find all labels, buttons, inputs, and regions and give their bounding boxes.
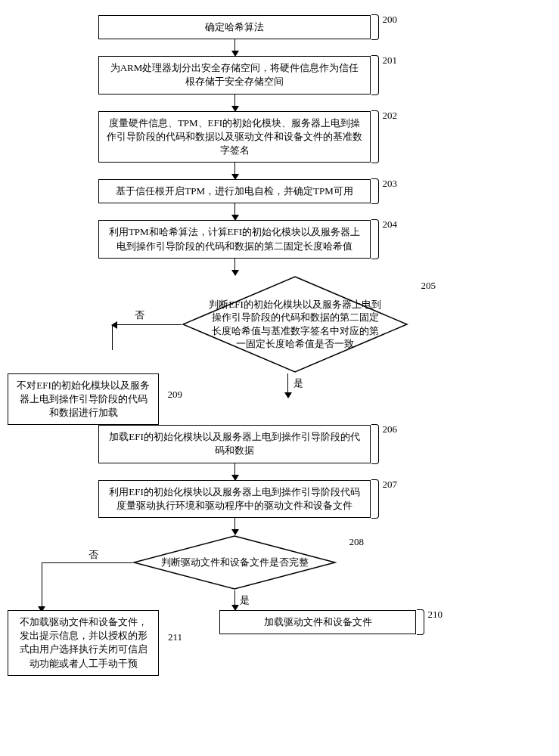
arrow-down-icon bbox=[287, 373, 288, 398]
step-210-text: 加载驱动文件和设备文件 bbox=[264, 616, 372, 627]
step-202: 度量硬件信息、TPM、EFI的初始化模块、服务器上电到操作引导阶段的代码和数据以… bbox=[98, 111, 371, 163]
step-207: 利用EFI的初始化模块以及服务器上电到操作引导阶段代码度量驱动执行环境和驱动程序… bbox=[98, 480, 371, 518]
brace-icon bbox=[371, 14, 379, 40]
step-209-text: 不对EFI的初始化模块以及服务器上电到操作引导阶段的代码和数据进行加载 bbox=[17, 380, 150, 418]
decision-208-text: 判断驱动文件和设备文件是否完整 bbox=[161, 556, 309, 569]
step-203-num: 203 bbox=[383, 177, 398, 191]
step-211-num: 211 bbox=[168, 631, 182, 644]
decision-205: 判断EFI的初始化模块以及服务器上电到操作引导阶段的代码和数据的第二固定长度哈希… bbox=[182, 275, 408, 373]
arrow-down-icon bbox=[234, 39, 235, 56]
step-204: 利用TPM和哈希算法，计算EFI的初始化模块以及服务器上电到操作引导阶段的代码和… bbox=[98, 220, 371, 258]
arrow-down-icon bbox=[234, 463, 235, 480]
arrow-down-icon bbox=[234, 518, 235, 534]
step-211-text: 不加载驱动文件和设备文件，发出提示信息，并以授权的形式由用户选择执行关闭可信启动… bbox=[20, 616, 148, 669]
step-211: 不加载驱动文件和设备文件，发出提示信息，并以授权的形式由用户选择执行关闭可信启动… bbox=[8, 610, 159, 676]
step-209: 不对EFI的初始化模块以及服务器上电到操作引导阶段的代码和数据进行加载 209 bbox=[8, 373, 159, 426]
brace-icon bbox=[417, 609, 424, 635]
step-207-text: 利用EFI的初始化模块以及服务器上电到操作引导阶段代码度量驱动执行环境和驱动程序… bbox=[109, 486, 360, 511]
decision-205-text: 判断EFI的初始化模块以及服务器上电到操作引导阶段的代码和数据的第二固定长度哈希… bbox=[209, 298, 381, 351]
step-207-num: 207 bbox=[383, 478, 398, 491]
step-200-text: 确定哈希算法 bbox=[205, 21, 264, 33]
brace-icon bbox=[371, 219, 379, 259]
step-200-num: 200 bbox=[383, 13, 398, 26]
label-no: 否 bbox=[89, 548, 98, 562]
label-yes: 是 bbox=[293, 376, 303, 390]
step-206-num: 206 bbox=[383, 423, 398, 436]
brace-icon bbox=[371, 424, 379, 463]
step-203-text: 基于信任根开启TPM，进行加电自检，并确定TPM可用 bbox=[116, 185, 352, 197]
step-201-text: 为ARM处理器划分出安全存储空间，将硬件信息作为信任根存储于安全存储空间 bbox=[110, 62, 359, 87]
step-204-num: 204 bbox=[383, 218, 398, 231]
brace-icon bbox=[371, 178, 379, 204]
step-201-num: 201 bbox=[383, 54, 398, 67]
step-204-text: 利用TPM和哈希算法，计算EFI的初始化模块以及服务器上电到操作引导阶段的代码和… bbox=[109, 226, 360, 251]
arrow-down-icon bbox=[234, 163, 235, 179]
brace-icon bbox=[371, 110, 379, 164]
connector-line bbox=[112, 324, 182, 325]
step-200: 确定哈希算法 200 bbox=[98, 15, 371, 39]
arrow-down-icon bbox=[234, 259, 235, 275]
decision-208-num: 208 bbox=[349, 536, 365, 548]
brace-icon bbox=[371, 55, 379, 94]
step-202-num: 202 bbox=[383, 109, 398, 122]
step-210: 加载驱动文件和设备文件 210 bbox=[219, 610, 416, 634]
connector-line bbox=[112, 324, 113, 350]
brace-icon bbox=[371, 479, 379, 519]
step-206: 加载EFI的初始化模块以及服务器上电到操作引导阶段的代码和数据 206 bbox=[98, 425, 371, 463]
step-203: 基于信任根开启TPM，进行加电自检，并确定TPM可用 203 bbox=[98, 179, 371, 203]
connector-line bbox=[42, 562, 42, 606]
decision-205-num: 205 bbox=[421, 280, 436, 292]
arrow-down-icon bbox=[234, 590, 235, 610]
label-yes: 是 bbox=[240, 593, 250, 607]
connector-line bbox=[42, 562, 132, 563]
flowchart-root: 确定哈希算法 200 为ARM处理器划分出安全存储空间，将硬件信息作为信任根存储… bbox=[8, 15, 461, 676]
step-206-text: 加载EFI的初始化模块以及服务器上电到操作引导阶段的代码和数据 bbox=[109, 431, 360, 456]
arrow-down-icon bbox=[234, 203, 235, 220]
step-202-text: 度量硬件信息、TPM、EFI的初始化模块、服务器上电到操作引导阶段的代码和数据以… bbox=[107, 117, 362, 156]
step-210-num: 210 bbox=[428, 608, 443, 621]
decision-208: 判断驱动文件和设备文件是否完整 208 否 是 bbox=[132, 534, 337, 590]
step-201: 为ARM处理器划分出安全存储空间，将硬件信息作为信任根存储于安全存储空间 201 bbox=[98, 56, 371, 94]
label-no: 否 bbox=[135, 308, 144, 322]
arrow-down-icon bbox=[234, 94, 235, 111]
